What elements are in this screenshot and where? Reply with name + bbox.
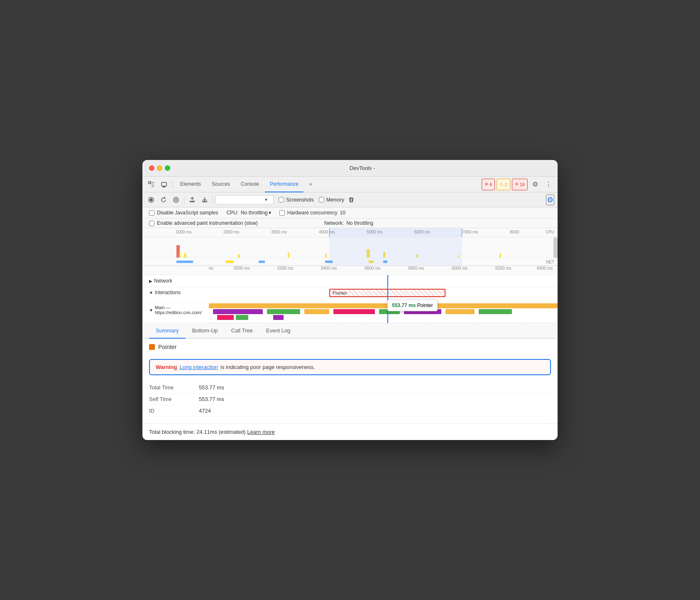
total-time-value: 553.77 ms [199, 384, 224, 391]
adv-paint-checkbox[interactable] [149, 221, 154, 226]
chevron-down-icon: ▼ [149, 290, 153, 295]
timeline-cursor [387, 275, 388, 287]
network-throttle-select[interactable]: No throttling [346, 220, 373, 226]
download-button[interactable] [199, 194, 210, 205]
delete-profile-button[interactable] [346, 194, 357, 205]
tab-bottom-up[interactable]: Bottom-Up [186, 323, 225, 339]
network-track-row: ▶ Network [142, 275, 558, 287]
screenshots-checkbox[interactable] [279, 197, 284, 202]
detail-tick-6400: 6400 ms [537, 266, 553, 270]
flame-bar[interactable] [267, 309, 300, 314]
flame-bar[interactable] [213, 309, 263, 314]
tab-console[interactable]: Console [236, 177, 264, 192]
cpu-bar [499, 253, 501, 258]
adv-paint-setting[interactable]: Enable advanced paint instrumentation (s… [149, 220, 258, 226]
minimize-button[interactable] [157, 165, 162, 171]
toolbar-sep-1 [184, 196, 184, 204]
flame-bar[interactable] [209, 303, 558, 308]
detail-tick-5600: 5600 ms [365, 266, 380, 270]
flame-bar[interactable] [333, 309, 375, 314]
close-button[interactable] [149, 165, 154, 171]
detail-ruler: ns 5000 ms 5200 ms 5400 ms 5600 ms 5800 … [142, 266, 558, 275]
profile-input[interactable] [218, 197, 264, 202]
flame-bar[interactable] [217, 315, 234, 320]
selection-range[interactable] [329, 228, 462, 237]
memory-checkbox-label[interactable]: Memory [319, 197, 344, 203]
scrollbar[interactable] [553, 237, 558, 258]
tab-sources[interactable]: Sources [207, 177, 235, 192]
interactions-track-content: Pointer 553.77 ms Pointer [209, 287, 558, 302]
performance-toolbar: ▼ Screenshots Memory ⚙ [142, 192, 558, 207]
issues-badge[interactable]: ✕ 16 [512, 179, 528, 190]
clear-button[interactable] [171, 194, 181, 205]
hardware-setting: Hardware concurrency 10 [279, 210, 345, 216]
cpu-throttle-select[interactable]: No throttling ▾ [241, 210, 271, 216]
record-button[interactable] [146, 194, 157, 205]
upload-button[interactable] [187, 194, 198, 205]
cpu-label: CPU [546, 230, 554, 234]
performance-settings-button[interactable]: ⚙ [546, 194, 554, 205]
tab-call-tree[interactable]: Call Tree [225, 323, 259, 339]
maximize-button[interactable] [165, 165, 170, 171]
warning-badge[interactable]: ⚠ 2 [497, 179, 510, 190]
devtools-window: DevTools - Elements Sources Console [142, 160, 558, 440]
tab-summary[interactable]: Summary [149, 323, 186, 339]
profile-selector[interactable]: ▼ [215, 195, 274, 204]
timeline-overview: 1000 ms 2000 ms 3000 ms 4000 ms 5000 ms … [142, 228, 558, 266]
chevron-down-icon: ▾ [269, 210, 271, 216]
summary-header: Pointer [142, 339, 558, 356]
flame-bar[interactable] [236, 315, 248, 320]
settings-row: Disable JavaScript samples CPU: No throt… [142, 207, 558, 219]
self-time-value: 553.77 ms [199, 396, 224, 402]
ruler-tick-8000: 8000 [510, 230, 519, 234]
devtools-settings-button[interactable]: ⚙ [529, 179, 541, 190]
network-track-label[interactable]: ▶ Network [142, 278, 209, 284]
net-label: NET [546, 260, 554, 264]
id-row: ID 4724 [149, 405, 551, 417]
device-toggle-button[interactable] [158, 179, 170, 190]
more-options-button[interactable]: ⋮ [543, 179, 554, 190]
window-title: DevTools - [174, 165, 551, 171]
settings-row-2: Enable advanced paint instrumentation (s… [142, 219, 558, 228]
interactions-track-label[interactable]: ▼ Interactions [142, 287, 209, 295]
net-overview-track[interactable]: NET [142, 258, 558, 266]
detail-tick-5000: 5000 ms [234, 266, 250, 270]
main-track-label[interactable]: ▼ Main — https://edition.cnn.com/ [142, 302, 209, 315]
disable-js-checkbox[interactable] [149, 210, 154, 216]
error-badge[interactable]: ✕ 4 [482, 179, 495, 190]
learn-more-link[interactable]: Learn more [247, 429, 274, 435]
summary-pointer-label: Pointer [158, 344, 176, 350]
selection-overlay-net [329, 258, 462, 265]
reload-button[interactable] [158, 194, 169, 205]
tab-more[interactable]: » [304, 177, 317, 192]
hardware-checkbox[interactable] [279, 210, 285, 216]
self-time-row: Self Time 553.77 ms [149, 393, 551, 405]
interactions-track-row: ▼ Interactions Pointer 553.77 ms Pointer [142, 287, 558, 302]
disable-js-setting[interactable]: Disable JavaScript samples [149, 210, 218, 216]
cpu-overview-track[interactable] [142, 237, 558, 258]
screenshots-checkbox-label[interactable]: Screenshots [279, 197, 314, 203]
tab-performance[interactable]: Performance [265, 177, 303, 192]
flame-bar[interactable] [273, 315, 284, 320]
track-bottom-separator [209, 323, 558, 323]
memory-checkbox[interactable] [319, 197, 324, 202]
long-interaction-link[interactable]: Long interaction [180, 364, 218, 370]
network-track-content [209, 275, 558, 287]
svg-rect-0 [149, 182, 151, 184]
tab-elements[interactable]: Elements [175, 177, 206, 192]
cpu-bar [288, 253, 289, 258]
flame-bar[interactable] [479, 309, 512, 314]
inspect-element-button[interactable] [146, 179, 157, 190]
cpu-bar [238, 254, 240, 258]
flame-bar[interactable] [445, 309, 475, 314]
devtools-nav: Elements Sources Console Performance » ✕… [142, 177, 558, 192]
detail-tick-5200: 5200 ms [277, 266, 293, 270]
flame-bar[interactable] [304, 309, 329, 314]
detail-tick-ns: ns [209, 266, 213, 270]
blocking-time-text: Total blocking time: 24.11ms (estimated) [149, 429, 246, 435]
tab-event-log[interactable]: Event Log [259, 323, 297, 339]
chevron-right-icon: ▶ [149, 279, 152, 283]
main-track-row: ▼ Main — https://edition.cnn.com/ [142, 302, 558, 323]
network-throttle-setting: Network: No throttling [324, 220, 373, 226]
main-track-content [209, 302, 558, 323]
